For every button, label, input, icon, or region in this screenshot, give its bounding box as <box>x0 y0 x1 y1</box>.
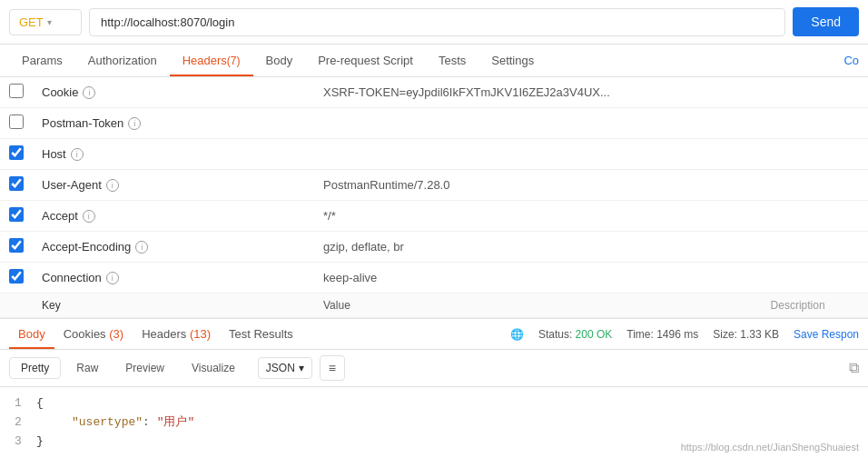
header-value-0: XSRF-TOKEN=eyJpdil6IkFXTmJKV1I6ZEJ2a3V4U… <box>314 77 762 108</box>
header-value-4: */* <box>314 201 762 232</box>
tab-tests[interactable]: Tests <box>426 45 478 76</box>
header-value-6: keep-alive <box>314 263 762 294</box>
json-line-1: 1{ <box>15 394 853 413</box>
view-tab-raw[interactable]: Raw <box>64 357 110 379</box>
header-key-6: Connection <box>42 271 102 284</box>
cookies-badge: (3) <box>109 327 123 341</box>
globe-icon: 🌐 <box>510 328 524 341</box>
header-desc-0 <box>762 77 868 108</box>
header-checkbox-6[interactable] <box>9 269 24 284</box>
header-key-0: Cookie <box>42 85 78 99</box>
response-tab-testresults-label: Test Results <box>229 327 293 341</box>
column-header-row: Key Value Description <box>0 294 868 318</box>
json-line-2: 2 "usertype": "用户" <box>15 413 853 433</box>
response-tab-body[interactable]: Body <box>9 319 54 349</box>
format-chevron-icon: ▾ <box>299 362 304 374</box>
wrap-icon[interactable]: ≡ <box>320 355 345 381</box>
info-icon-6[interactable]: i <box>106 272 119 284</box>
response-tab-testresults[interactable]: Test Results <box>220 319 302 349</box>
tab-params[interactable]: Params <box>9 45 75 76</box>
header-checkbox-4[interactable] <box>9 207 24 222</box>
header-key-3: User-Agent <box>42 178 102 192</box>
watermark: https://blog.csdn.net/JianShengShuaiest <box>681 442 859 453</box>
headers-badge: (13) <box>190 327 211 341</box>
header-desc-1 <box>762 108 868 139</box>
copy-icon[interactable]: ⧉ <box>849 360 859 376</box>
info-icon-1[interactable]: i <box>128 117 141 130</box>
status-label: Status: 200 OK <box>538 328 612 341</box>
header-checkbox-5[interactable] <box>9 238 24 253</box>
tab-body[interactable]: Body <box>253 45 306 76</box>
tab-more[interactable]: Co <box>843 54 859 67</box>
header-key-1: Postman-Token <box>42 116 123 130</box>
response-view-tabs: Pretty Raw Preview Visualize JSON ▾ ≡ ⧉ <box>0 350 868 387</box>
info-icon-2[interactable]: i <box>71 148 84 161</box>
col-value: Value <box>314 294 762 318</box>
header-checkbox-1[interactable] <box>9 114 24 129</box>
request-tabs: Params Authorization Headers(7) Body Pre… <box>0 45 868 77</box>
method-label: GET <box>19 15 44 29</box>
header-value-3: PostmanRuntime/7.28.0 <box>314 170 762 201</box>
view-tab-preview[interactable]: Preview <box>113 357 176 379</box>
info-icon-5[interactable]: i <box>135 241 148 254</box>
header-value-5: gzip, deflate, br <box>314 232 762 263</box>
method-chevron-icon: ▾ <box>47 17 52 27</box>
header-desc-6 <box>762 263 868 294</box>
table-row: Accept-Encoding i gzip, deflate, br <box>0 232 868 263</box>
response-status-bar: 🌐 Status: 200 OK Time: 1496 ms Size: 1.3… <box>510 328 859 341</box>
header-value-1 <box>314 108 762 139</box>
response-tab-cookies-label: Cookies <box>64 327 106 341</box>
header-desc-2 <box>762 139 868 170</box>
view-tab-visualize[interactable]: Visualize <box>180 357 247 379</box>
table-row: Host i <box>0 139 868 170</box>
method-select[interactable]: GET ▾ <box>9 9 82 35</box>
header-desc-4 <box>762 201 868 232</box>
table-row: User-Agent i PostmanRuntime/7.28.0 <box>0 170 868 201</box>
header-key-4: Accept <box>42 209 78 223</box>
headers-table: Cookie i XSRF-TOKEN=eyJpdil6IkFXTmJKV1I6… <box>0 77 868 318</box>
time-label: Time: 1496 ms <box>626 328 698 341</box>
size-label: Size: 1.33 KB <box>713 328 779 341</box>
header-checkbox-3[interactable] <box>9 176 24 191</box>
tab-settings[interactable]: Settings <box>478 45 547 76</box>
header-checkbox-2[interactable] <box>9 145 24 160</box>
format-select[interactable]: JSON ▾ <box>258 357 312 379</box>
table-row: Cookie i XSRF-TOKEN=eyJpdil6IkFXTmJKV1I6… <box>0 77 868 108</box>
info-icon-3[interactable]: i <box>106 179 119 192</box>
header-value-2 <box>314 139 762 170</box>
response-tab-cookies[interactable]: Cookies (3) <box>54 319 133 349</box>
col-key: Key <box>33 294 314 318</box>
url-input[interactable] <box>89 8 785 36</box>
header-key-5: Accept-Encoding <box>42 240 131 254</box>
view-tab-pretty[interactable]: Pretty <box>9 357 61 379</box>
tab-headers[interactable]: Headers(7) <box>170 45 253 76</box>
send-button[interactable]: Send <box>793 7 859 36</box>
info-icon-0[interactable]: i <box>83 86 95 99</box>
table-row: Accept i */* <box>0 201 868 232</box>
col-description: Description <box>762 294 868 318</box>
table-row: Connection i keep-alive <box>0 263 868 294</box>
response-tabs-row: Body Cookies (3) Headers (13) Test Resul… <box>0 319 868 350</box>
header-checkbox-0[interactable] <box>9 84 24 98</box>
header-desc-5 <box>762 232 868 263</box>
save-response-link[interactable]: Save Respon <box>794 328 859 341</box>
table-row: Postman-Token i <box>0 108 868 139</box>
header-key-2: Host <box>42 147 66 161</box>
info-icon-4[interactable]: i <box>83 210 95 223</box>
response-section: Body Cookies (3) Headers (13) Test Resul… <box>0 318 868 458</box>
response-tab-headers-label: Headers <box>142 327 186 341</box>
header-desc-3 <box>762 170 868 201</box>
tab-prerequest[interactable]: Pre-request Script <box>305 45 426 76</box>
url-bar: GET ▾ Send <box>0 0 868 45</box>
response-tab-headers[interactable]: Headers (13) <box>133 319 220 349</box>
tab-authorization[interactable]: Authorization <box>75 45 170 76</box>
format-label: JSON <box>266 362 295 374</box>
response-tab-body-label: Body <box>18 327 45 341</box>
